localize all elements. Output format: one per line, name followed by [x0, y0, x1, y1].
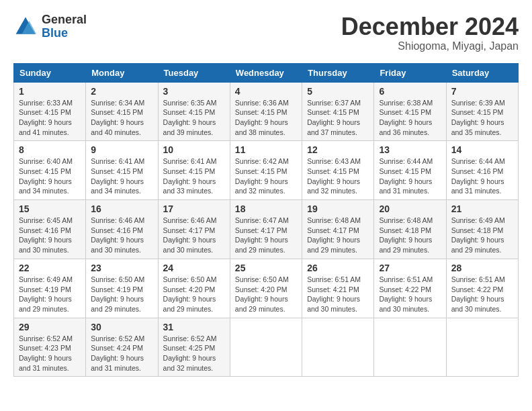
day-info: Sunrise: 6:33 AMSunset: 4:15 PMDaylight:… — [19, 99, 73, 136]
table-row: 19 Sunrise: 6:48 AMSunset: 4:17 PMDaylig… — [302, 200, 374, 259]
table-row — [302, 318, 374, 377]
day-number: 29 — [19, 322, 81, 332]
header-tuesday: Tuesday — [158, 63, 230, 82]
header-sunday: Sunday — [14, 63, 86, 82]
day-number: 22 — [19, 263, 81, 273]
logo-text: General Blue — [42, 13, 87, 40]
day-number: 20 — [379, 203, 441, 214]
day-info: Sunrise: 6:50 AMSunset: 4:20 PMDaylight:… — [163, 275, 217, 313]
table-row: 31 Sunrise: 6:52 AMSunset: 4:25 PMDaylig… — [158, 318, 230, 377]
table-row: 4 Sunrise: 6:36 AMSunset: 4:15 PMDayligh… — [230, 82, 302, 141]
day-number: 23 — [91, 263, 152, 273]
table-row: 29 Sunrise: 6:52 AMSunset: 4:23 PMDaylig… — [14, 318, 86, 377]
header-monday: Monday — [86, 63, 158, 82]
day-info: Sunrise: 6:50 AMSunset: 4:19 PMDaylight:… — [91, 275, 144, 313]
location-title: Shiogoma, Miyagi, Japan — [341, 40, 519, 52]
table-row — [374, 318, 446, 377]
day-info: Sunrise: 6:34 AMSunset: 4:15 PMDaylight:… — [91, 99, 144, 136]
table-row: 14 Sunrise: 6:44 AMSunset: 4:16 PMDaylig… — [446, 141, 518, 200]
day-number: 2 — [91, 86, 152, 97]
table-row: 8 Sunrise: 6:40 AMSunset: 4:15 PMDayligh… — [14, 141, 86, 200]
logo-icon — [13, 15, 38, 39]
table-row: 6 Sunrise: 6:38 AMSunset: 4:15 PMDayligh… — [374, 82, 446, 141]
day-info: Sunrise: 6:37 AMSunset: 4:15 PMDaylight:… — [307, 99, 361, 136]
day-number: 6 — [379, 86, 441, 97]
day-info: Sunrise: 6:44 AMSunset: 4:16 PMDaylight:… — [451, 157, 505, 195]
day-number: 7 — [451, 86, 513, 97]
calendar-week-row: 8 Sunrise: 6:40 AMSunset: 4:15 PMDayligh… — [14, 141, 519, 200]
table-row: 11 Sunrise: 6:42 AMSunset: 4:15 PMDaylig… — [230, 141, 302, 200]
table-row: 18 Sunrise: 6:47 AMSunset: 4:17 PMDaylig… — [230, 200, 302, 259]
table-row — [230, 318, 302, 377]
table-row: 12 Sunrise: 6:43 AMSunset: 4:15 PMDaylig… — [302, 141, 374, 200]
day-number: 17 — [163, 203, 225, 214]
calendar-table: Sunday Monday Tuesday Wednesday Thursday… — [13, 63, 519, 377]
day-info: Sunrise: 6:51 AMSunset: 4:22 PMDaylight:… — [379, 275, 433, 313]
day-info: Sunrise: 6:49 AMSunset: 4:19 PMDaylight:… — [19, 275, 73, 313]
day-info: Sunrise: 6:44 AMSunset: 4:15 PMDaylight:… — [379, 157, 433, 195]
day-info: Sunrise: 6:39 AMSunset: 4:15 PMDaylight:… — [451, 99, 505, 136]
day-info: Sunrise: 6:51 AMSunset: 4:21 PMDaylight:… — [307, 275, 361, 313]
table-row: 21 Sunrise: 6:49 AMSunset: 4:18 PMDaylig… — [446, 200, 518, 259]
table-row: 25 Sunrise: 6:50 AMSunset: 4:20 PMDaylig… — [230, 259, 302, 318]
day-number: 31 — [163, 322, 225, 332]
header-wednesday: Wednesday — [230, 63, 302, 82]
table-row: 16 Sunrise: 6:46 AMSunset: 4:16 PMDaylig… — [86, 200, 158, 259]
table-row — [446, 318, 518, 377]
table-row: 23 Sunrise: 6:50 AMSunset: 4:19 PMDaylig… — [86, 259, 158, 318]
calendar-week-row: 22 Sunrise: 6:49 AMSunset: 4:19 PMDaylig… — [14, 259, 519, 318]
table-row: 24 Sunrise: 6:50 AMSunset: 4:20 PMDaylig… — [158, 259, 230, 318]
calendar-week-row: 1 Sunrise: 6:33 AMSunset: 4:15 PMDayligh… — [14, 82, 519, 141]
day-info: Sunrise: 6:47 AMSunset: 4:17 PMDaylight:… — [235, 216, 289, 254]
day-number: 9 — [91, 144, 152, 155]
day-info: Sunrise: 6:52 AMSunset: 4:25 PMDaylight:… — [163, 334, 217, 372]
day-number: 1 — [19, 86, 81, 97]
day-number: 28 — [451, 263, 513, 273]
day-number: 3 — [163, 86, 225, 97]
day-number: 8 — [19, 144, 81, 155]
day-info: Sunrise: 6:45 AMSunset: 4:16 PMDaylight:… — [19, 216, 73, 254]
day-info: Sunrise: 6:46 AMSunset: 4:16 PMDaylight:… — [91, 216, 144, 254]
logo-general: General — [42, 13, 87, 27]
table-row: 3 Sunrise: 6:35 AMSunset: 4:15 PMDayligh… — [158, 82, 230, 141]
day-info: Sunrise: 6:52 AMSunset: 4:23 PMDaylight:… — [19, 334, 73, 372]
day-number: 10 — [163, 144, 225, 155]
day-info: Sunrise: 6:41 AMSunset: 4:15 PMDaylight:… — [163, 157, 217, 195]
table-row: 10 Sunrise: 6:41 AMSunset: 4:15 PMDaylig… — [158, 141, 230, 200]
table-row: 9 Sunrise: 6:41 AMSunset: 4:15 PMDayligh… — [86, 141, 158, 200]
logo-blue: Blue — [42, 27, 87, 40]
table-row: 27 Sunrise: 6:51 AMSunset: 4:22 PMDaylig… — [374, 259, 446, 318]
day-info: Sunrise: 6:52 AMSunset: 4:24 PMDaylight:… — [91, 334, 144, 372]
day-info: Sunrise: 6:35 AMSunset: 4:15 PMDaylight:… — [163, 99, 217, 136]
day-number: 26 — [307, 263, 369, 273]
day-number: 15 — [19, 203, 81, 214]
day-info: Sunrise: 6:42 AMSunset: 4:15 PMDaylight:… — [235, 157, 289, 195]
title-block: December 2024 Shiogoma, Miyagi, Japan — [341, 13, 519, 52]
day-number: 11 — [235, 144, 297, 155]
table-row: 17 Sunrise: 6:46 AMSunset: 4:17 PMDaylig… — [158, 200, 230, 259]
header-saturday: Saturday — [446, 63, 518, 82]
calendar-header-row: Sunday Monday Tuesday Wednesday Thursday… — [14, 63, 519, 82]
day-number: 21 — [451, 203, 513, 214]
day-number: 24 — [163, 263, 225, 273]
day-number: 27 — [379, 263, 441, 273]
header-friday: Friday — [374, 63, 446, 82]
day-number: 12 — [307, 144, 369, 155]
day-info: Sunrise: 6:38 AMSunset: 4:15 PMDaylight:… — [379, 99, 433, 136]
day-info: Sunrise: 6:48 AMSunset: 4:17 PMDaylight:… — [307, 216, 361, 254]
page-header: General Blue December 2024 Shiogoma, Miy… — [13, 13, 519, 52]
table-row: 15 Sunrise: 6:45 AMSunset: 4:16 PMDaylig… — [14, 200, 86, 259]
table-row: 5 Sunrise: 6:37 AMSunset: 4:15 PMDayligh… — [302, 82, 374, 141]
table-row: 13 Sunrise: 6:44 AMSunset: 4:15 PMDaylig… — [374, 141, 446, 200]
day-number: 13 — [379, 144, 441, 155]
day-info: Sunrise: 6:43 AMSunset: 4:15 PMDaylight:… — [307, 157, 361, 195]
table-row: 1 Sunrise: 6:33 AMSunset: 4:15 PMDayligh… — [14, 82, 86, 141]
calendar-week-row: 29 Sunrise: 6:52 AMSunset: 4:23 PMDaylig… — [14, 318, 519, 377]
day-info: Sunrise: 6:36 AMSunset: 4:15 PMDaylight:… — [235, 99, 289, 136]
day-number: 19 — [307, 203, 369, 214]
day-info: Sunrise: 6:50 AMSunset: 4:20 PMDaylight:… — [235, 275, 289, 313]
logo: General Blue — [13, 13, 87, 40]
table-row: 7 Sunrise: 6:39 AMSunset: 4:15 PMDayligh… — [446, 82, 518, 141]
day-info: Sunrise: 6:51 AMSunset: 4:22 PMDaylight:… — [451, 275, 505, 313]
day-number: 4 — [235, 86, 297, 97]
